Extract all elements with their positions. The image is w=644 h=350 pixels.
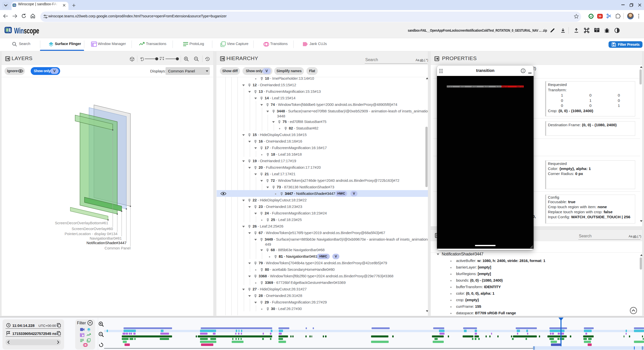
svg-text:NotificationShade#3447: NotificationShade#3447	[87, 241, 127, 245]
svg-text:NavigationBar0#81: NavigationBar0#81	[90, 236, 122, 240]
svg-text:ScreenDecorOverlay#60: ScreenDecorOverlay#60	[72, 227, 113, 231]
svg-text:PointerLocation - display 0#13: PointerLocation - display 0#134	[65, 232, 117, 236]
svg-text:Common Panel: Common Panel	[105, 246, 131, 250]
svg-text:ScreenDecorOverlayBottom#61: ScreenDecorOverlayBottom#61	[55, 221, 108, 225]
